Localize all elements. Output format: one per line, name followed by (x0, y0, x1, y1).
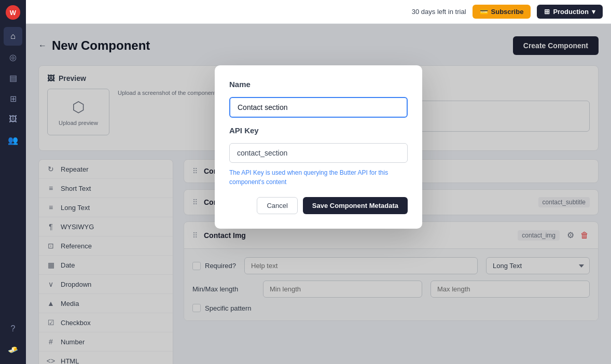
sidebar-item-media[interactable]: 🖼 (4, 110, 22, 129)
save-metadata-button[interactable]: Save Component Metadata (303, 197, 408, 214)
sidebar-item-home[interactable]: ⌂ (4, 27, 22, 46)
trial-text: 30 days left in trial (412, 8, 466, 16)
cancel-button[interactable]: Cancel (257, 197, 297, 214)
subscribe-button[interactable]: 💳 Subscribe (473, 5, 531, 19)
sidebar-item-feed[interactable]: ◎ (4, 48, 22, 66)
modal-name-label: Name (229, 80, 408, 89)
modal-hint: The API Key is used when querying the Bu… (229, 168, 408, 187)
modal-name-input[interactable] (229, 97, 408, 118)
component-metadata-modal: Name API Key The API Key is used when qu… (215, 65, 422, 229)
modal-apikey-label: API Key (229, 126, 408, 135)
modal-actions: Cancel Save Component Metadata (229, 197, 408, 214)
chevron-down-icon: ▾ (592, 8, 595, 16)
modal-apikey-input[interactable] (229, 143, 408, 163)
sidebar-item-butter[interactable]: 🧈 (4, 340, 22, 359)
sidebar-item-help[interactable]: ? (4, 319, 22, 338)
sidebar-item-pages[interactable]: ▤ (4, 68, 22, 87)
sidebar: W ⌂ ◎ ▤ ⊞ 🖼 👥 ? 🧈 (0, 0, 26, 364)
sidebar-item-components[interactable]: ⊞ (4, 89, 22, 108)
modal-overlay: Name API Key The API Key is used when qu… (26, 24, 611, 364)
sidebar-item-users[interactable]: 👥 (4, 131, 22, 149)
page-content: ← New Component Create Component 🖼 Previ… (26, 24, 611, 364)
production-button[interactable]: ⊞ Production ▾ (537, 5, 603, 19)
user-avatar: W (6, 5, 20, 20)
main-area: 30 days left in trial 💳 Subscribe ⊞ Prod… (26, 0, 611, 364)
subscribe-label: Subscribe (491, 8, 524, 16)
topbar: 30 days left in trial 💳 Subscribe ⊞ Prod… (26, 0, 611, 24)
subscribe-icon: 💳 (480, 8, 488, 16)
production-label: Production (553, 8, 589, 16)
production-icon: ⊞ (544, 8, 550, 16)
